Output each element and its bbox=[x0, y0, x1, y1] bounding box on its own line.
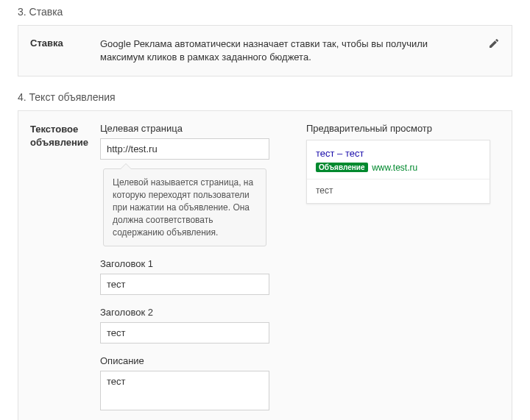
preview-card: тест – тест Объявление www.test.ru тест bbox=[306, 140, 490, 204]
preview-headline: тест – тест bbox=[316, 148, 481, 159]
section4-title: 4. Текст объявления bbox=[18, 91, 530, 103]
section3-label: Ставка bbox=[30, 38, 100, 49]
ad-badge: Объявление bbox=[316, 163, 368, 172]
description-block: Описание bbox=[100, 355, 277, 413]
pencil-icon[interactable] bbox=[488, 38, 500, 49]
headline2-label: Заголовок 2 bbox=[100, 307, 277, 318]
headline2-input[interactable] bbox=[100, 322, 269, 344]
section4-panel: Текстовое объявление Целевая страница Це… bbox=[18, 110, 512, 420]
preview-column: Предварительный просмотр тест – тест Объ… bbox=[306, 123, 490, 204]
section3-title: 3. Ставка bbox=[18, 6, 530, 18]
landing-block: Целевая страница Целевой называется стра… bbox=[100, 123, 277, 246]
description-label: Описание bbox=[100, 355, 277, 366]
description-textarea[interactable] bbox=[100, 371, 269, 410]
section4-form: Целевая страница Целевой называется стра… bbox=[100, 123, 277, 420]
preview-url: www.test.ru bbox=[372, 163, 417, 173]
section4-label-line1: Текстовое bbox=[30, 124, 78, 135]
section3-description: Google Реклама автоматически назначает с… bbox=[100, 38, 500, 64]
headline1-label: Заголовок 1 bbox=[100, 258, 277, 269]
headline2-block: Заголовок 2 bbox=[100, 307, 277, 344]
headline1-input[interactable] bbox=[100, 274, 269, 295]
landing-hint: Целевой называется страница, на которую … bbox=[103, 168, 266, 246]
section4-label: Текстовое объявление bbox=[30, 123, 100, 149]
preview-separator bbox=[307, 179, 490, 179]
section3-panel: Ставка Google Реклама автоматически назн… bbox=[18, 25, 512, 76]
preview-description: тест bbox=[316, 185, 481, 196]
preview-url-row: Объявление www.test.ru bbox=[316, 161, 481, 173]
section4-label-line2: объявление bbox=[30, 137, 88, 148]
landing-input[interactable] bbox=[100, 138, 269, 160]
landing-label: Целевая страница bbox=[100, 123, 277, 134]
headline1-block: Заголовок 1 bbox=[100, 258, 277, 295]
preview-title: Предварительный просмотр bbox=[306, 123, 490, 134]
